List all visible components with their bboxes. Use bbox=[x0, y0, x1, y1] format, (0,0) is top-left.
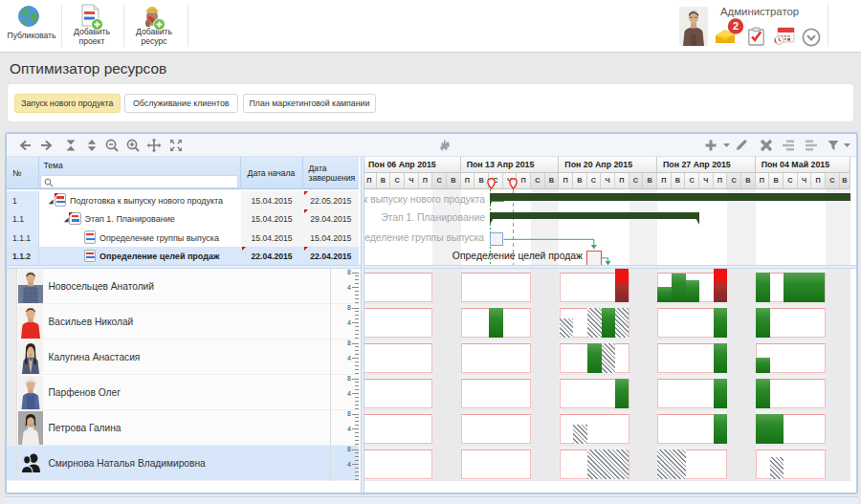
svg-text:2: 2 bbox=[733, 20, 739, 32]
